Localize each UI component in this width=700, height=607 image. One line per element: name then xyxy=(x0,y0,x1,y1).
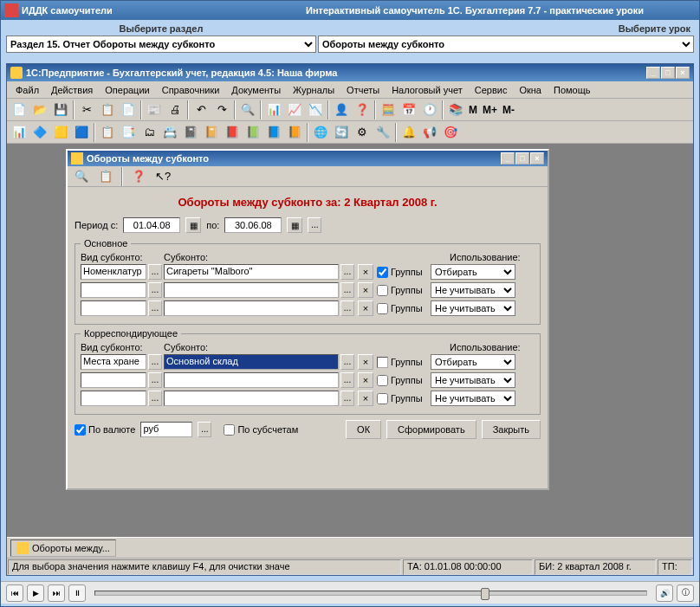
main-sub-2-pick[interactable]: ... xyxy=(340,282,354,298)
book-icon[interactable]: 📚 xyxy=(446,100,465,119)
main-sub-1[interactable]: Сигареты "Malboro" xyxy=(164,264,339,280)
open-icon[interactable]: 📂 xyxy=(30,100,49,119)
corr-kind-1[interactable]: Места хране xyxy=(81,354,146,370)
main-clear-1[interactable]: × xyxy=(358,264,373,280)
menu-actions[interactable]: Действия xyxy=(46,83,98,97)
corr-clear-1[interactable]: × xyxy=(358,354,373,370)
form-button[interactable]: Сформировать xyxy=(386,420,476,439)
user-icon[interactable]: 👤 xyxy=(332,100,351,119)
menu-tax[interactable]: Налоговый учет xyxy=(386,83,468,97)
main-kind-3-pick[interactable]: ... xyxy=(148,300,162,316)
dlg-tool-1-icon[interactable]: 🔍 xyxy=(72,167,91,186)
period-to-input[interactable] xyxy=(224,217,282,233)
lesson-select[interactable]: Обороты между субконто xyxy=(318,36,694,53)
corr-clear-3[interactable]: × xyxy=(358,391,373,406)
section-select[interactable]: Раздел 15. Отчет Обороты между субконто xyxy=(6,36,316,53)
t2-18-icon[interactable]: 🔧 xyxy=(373,123,392,142)
main-kind-3[interactable] xyxy=(81,300,146,316)
new-icon[interactable]: 📄 xyxy=(10,100,29,119)
print-icon[interactable]: 🖨 xyxy=(165,100,185,119)
tool-1-icon[interactable]: 📊 xyxy=(264,100,283,119)
m-minus[interactable]: М- xyxy=(500,104,517,116)
ok-button[interactable]: ОК xyxy=(346,420,381,439)
t2-8-icon[interactable]: 📇 xyxy=(160,123,179,142)
close-button[interactable]: × xyxy=(676,67,690,79)
t2-14-icon[interactable]: 📙 xyxy=(285,123,304,142)
main-sub-3[interactable] xyxy=(164,300,339,316)
currency-pick[interactable]: ... xyxy=(198,422,211,437)
dialog-close[interactable]: × xyxy=(530,152,544,165)
close-dialog-button[interactable]: Закрыть xyxy=(482,420,541,439)
maximize-button[interactable]: □ xyxy=(661,67,675,79)
main-kind-2-pick[interactable]: ... xyxy=(148,282,162,298)
t2-19-icon[interactable]: 🔔 xyxy=(399,123,418,142)
t2-2-icon[interactable]: 🔷 xyxy=(30,123,49,142)
main-grp-1[interactable] xyxy=(377,267,388,278)
main-kind-1[interactable]: Номенклатур xyxy=(81,264,146,280)
save-icon[interactable]: 💾 xyxy=(51,100,70,119)
copy-icon[interactable]: 📋 xyxy=(98,100,117,119)
corr-kind-1-pick[interactable]: ... xyxy=(148,354,162,370)
cut-icon[interactable]: ✂ xyxy=(77,100,96,119)
corr-grp-1[interactable] xyxy=(377,357,388,368)
corr-sub-1-pick[interactable]: ... xyxy=(340,354,354,370)
menu-reports[interactable]: Отчеты xyxy=(341,83,385,97)
menu-documents[interactable]: Документы xyxy=(226,83,286,97)
progress-bar[interactable] xyxy=(94,591,647,596)
t2-16-icon[interactable]: 🔄 xyxy=(332,123,351,142)
dialog-maximize[interactable]: □ xyxy=(515,152,529,165)
currency-field[interactable]: руб xyxy=(140,422,192,437)
main-kind-2[interactable] xyxy=(81,282,146,298)
t2-12-icon[interactable]: 📗 xyxy=(243,123,262,142)
main-kind-1-pick[interactable]: ... xyxy=(148,264,162,280)
corr-sub-2-pick[interactable]: ... xyxy=(340,372,354,388)
info-button[interactable]: ⓘ xyxy=(677,584,694,602)
calendar-icon[interactable]: 📅 xyxy=(399,100,418,119)
tool-2-icon[interactable]: 📈 xyxy=(285,100,304,119)
menu-help[interactable]: Помощь xyxy=(548,83,596,97)
menu-file[interactable]: Файл xyxy=(10,83,44,97)
doc-icon[interactable]: 📰 xyxy=(145,100,164,119)
t2-5-icon[interactable]: 📋 xyxy=(98,123,117,142)
t2-10-icon[interactable]: 📔 xyxy=(202,123,221,142)
t2-17-icon[interactable]: ⚙ xyxy=(353,123,372,142)
t2-20-icon[interactable]: 📢 xyxy=(420,123,439,142)
period-more[interactable]: ... xyxy=(308,217,321,233)
play-button[interactable]: ▶ xyxy=(27,584,44,602)
t2-3-icon[interactable]: 🟨 xyxy=(51,123,70,142)
find-icon[interactable]: 🔍 xyxy=(238,100,257,119)
corr-grp-3[interactable] xyxy=(377,393,388,404)
corr-sub-2[interactable] xyxy=(164,372,339,388)
corr-use-1[interactable]: Отбирать xyxy=(431,354,515,370)
corr-sub-1[interactable]: Основной склад xyxy=(164,354,339,370)
main-sub-1-pick[interactable]: ... xyxy=(340,264,354,280)
t2-13-icon[interactable]: 📘 xyxy=(264,123,283,142)
m-label[interactable]: М xyxy=(466,104,480,116)
main-use-3[interactable]: Не учитывать xyxy=(431,300,515,316)
menu-service[interactable]: Сервис xyxy=(470,83,513,97)
clock-icon[interactable]: 🕐 xyxy=(420,100,439,119)
t2-6-icon[interactable]: 📑 xyxy=(119,123,138,142)
period-from-input[interactable] xyxy=(123,217,180,233)
redo-icon[interactable]: ↷ xyxy=(212,100,231,119)
dialog-minimize[interactable]: _ xyxy=(501,152,515,165)
t2-15-icon[interactable]: 🌐 xyxy=(311,123,330,142)
next-button[interactable]: ⏭ xyxy=(48,584,65,602)
t2-21-icon[interactable]: 🎯 xyxy=(441,123,460,142)
menu-references[interactable]: Справочники xyxy=(157,83,225,97)
menu-windows[interactable]: Окна xyxy=(514,83,547,97)
t2-11-icon[interactable]: 📕 xyxy=(223,123,242,142)
help-icon[interactable]: ❓ xyxy=(353,100,372,119)
main-grp-3[interactable] xyxy=(377,303,388,314)
corr-kind-3[interactable] xyxy=(81,391,146,406)
dlg-cursor-icon[interactable]: ↖? xyxy=(153,167,172,186)
task-button[interactable]: Обороты между... xyxy=(10,539,116,557)
main-sub-2[interactable] xyxy=(164,282,339,298)
dlg-tool-2-icon[interactable]: 📋 xyxy=(96,167,115,186)
tool-3-icon[interactable]: 📉 xyxy=(306,100,325,119)
period-to-picker[interactable]: ▦ xyxy=(287,217,302,233)
corr-kind-3-pick[interactable]: ... xyxy=(148,391,162,406)
menu-operations[interactable]: Операции xyxy=(100,83,154,97)
prev-button[interactable]: ⏮ xyxy=(6,584,23,602)
main-sub-3-pick[interactable]: ... xyxy=(340,300,354,316)
